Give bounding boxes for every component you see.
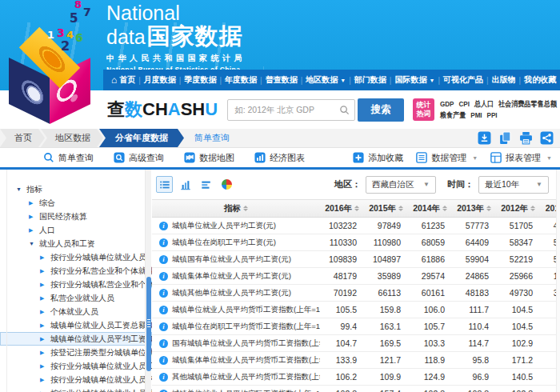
info-icon[interactable]: i — [159, 390, 168, 392]
tree-item[interactable]: 国民经济核算 — [0, 210, 152, 223]
tree-toggle-icon[interactable] — [40, 377, 47, 383]
tree-item[interactable]: 人口 — [0, 223, 152, 237]
tree-item[interactable]: 按行业分城镇单位就业人员 — [0, 250, 152, 264]
info-icon[interactable]: i — [159, 306, 168, 314]
sidebar-scrollbar-track[interactable] — [145, 170, 151, 392]
info-icon[interactable]: i — [159, 339, 168, 348]
tree-toggle-icon[interactable] — [40, 295, 47, 302]
advanced-query-button[interactable]: 高级查询 — [114, 152, 164, 164]
info-icon[interactable]: i — [159, 322, 168, 331]
indicator-column-header[interactable]: 指标 — [152, 203, 320, 214]
data-map-button[interactable]: 数据地图 — [184, 152, 234, 164]
nav-item[interactable]: ⌂出版物▼ — [492, 74, 525, 86]
sort-icon[interactable] — [354, 206, 359, 211]
nav-item[interactable]: ⌂国际数据▼ — [394, 74, 443, 86]
tree-toggle-icon[interactable] — [29, 227, 36, 234]
nav-item[interactable]: ⌂月度数据▼ — [144, 74, 185, 86]
tree-toggle-icon[interactable] — [40, 254, 47, 261]
time-select[interactable]: 最近10年 ▼ — [478, 176, 549, 194]
nav-item[interactable]: ⌂我的收藏▼ — [524, 74, 560, 86]
tree-item[interactable]: 综合 — [0, 196, 152, 210]
download-icon[interactable] — [478, 131, 491, 145]
breadcrumb-tab[interactable]: 首页 — [0, 129, 45, 147]
sidebar-scrollbar-thumb[interactable] — [146, 277, 151, 371]
nav-item[interactable]: ⌂部门数据▼ — [354, 74, 395, 86]
nav-item[interactable]: ⌂年度数据▼ — [225, 74, 266, 86]
tree-item[interactable]: 就业人员和工资 — [0, 237, 152, 250]
econ-chart-button[interactable]: 经济图表 — [254, 152, 305, 164]
value-cell: 61235 — [408, 221, 452, 230]
tree-toggle-icon[interactable] — [40, 282, 47, 288]
hot-word-link[interactable]: PMI — [470, 110, 482, 121]
page-scrollbar-track[interactable] — [556, 170, 560, 392]
info-icon[interactable]: i — [159, 238, 168, 247]
print-icon[interactable] — [519, 131, 533, 145]
tree-toggle-icon[interactable] — [40, 336, 47, 342]
info-icon[interactable]: i — [159, 373, 168, 382]
sort-icon[interactable] — [243, 206, 248, 211]
hot-word-link[interactable]: GDP — [440, 98, 454, 110]
sort-icon[interactable] — [442, 206, 447, 211]
tree-toggle-icon[interactable] — [40, 268, 47, 274]
sort-icon[interactable] — [486, 206, 491, 211]
nav-item[interactable]: ⌂普查数据▼ — [266, 74, 306, 86]
info-icon[interactable]: i — [159, 289, 168, 298]
tree-item[interactable]: 按登记注册类型分城镇单位就业人员工资 — [0, 346, 152, 359]
tree-toggle-icon[interactable] — [16, 186, 23, 192]
share-icon[interactable] — [540, 131, 554, 145]
value-cell: 121.7 — [364, 355, 408, 365]
info-icon[interactable]: i — [159, 222, 168, 230]
data-manage-button[interactable]: 数据管理 ▼ — [416, 152, 478, 164]
tree-item[interactable]: 城镇单位就业人员平均工资和指数 — [0, 332, 152, 346]
tree-toggle-icon[interactable] — [40, 322, 47, 329]
search-button[interactable]: 搜索 — [358, 98, 404, 122]
pie-chart-view-icon[interactable] — [218, 176, 235, 193]
tree-toggle-icon[interactable] — [40, 350, 47, 356]
tree-item[interactable]: 私营企业就业人员 — [0, 291, 152, 305]
hot-word-link[interactable]: 社会消费品零售总额 — [498, 98, 557, 110]
tree-item[interactable]: 按行业分城镇单位就业人员平均实际工资 — [0, 386, 152, 392]
nav-item[interactable]: ⌂季度数据▼ — [184, 74, 225, 86]
breadcrumb-tab[interactable]: 地区数据 — [41, 129, 103, 147]
info-icon[interactable]: i — [159, 272, 168, 281]
tree-item[interactable]: 指标 — [0, 182, 152, 196]
tree-item[interactable]: 按行业分城镇单位就业人员工资总额 — [0, 359, 152, 373]
tree-toggle-icon[interactable] — [29, 241, 36, 246]
tree-toggle-icon[interactable] — [40, 309, 47, 315]
year-column-header[interactable]: 2013年 — [452, 203, 496, 214]
report-manage-button[interactable]: 报表管理 ▼ — [490, 152, 552, 164]
bar-chart-view-icon[interactable] — [177, 176, 194, 193]
hot-word-link[interactable]: PPI — [487, 110, 498, 121]
search-input[interactable] — [227, 99, 355, 121]
nav-item[interactable]: ⌂地区数据▼ — [306, 74, 354, 86]
breadcrumb-tab[interactable]: 简单查询 — [180, 129, 242, 147]
region-select[interactable]: 西藏自治区 ▼ — [366, 176, 436, 194]
hbar-chart-view-icon[interactable] — [198, 176, 214, 193]
sort-icon[interactable] — [530, 206, 535, 211]
add-favorite-button[interactable]: 添加收藏 — [353, 152, 403, 164]
nav-item[interactable]: ⌂可视化产品▼ — [443, 74, 492, 86]
year-column-header[interactable]: 2012年 — [496, 203, 540, 214]
simple-query-button[interactable]: 简单查询 — [43, 152, 94, 164]
info-icon[interactable]: i — [159, 255, 168, 264]
table-view-icon[interactable] — [156, 176, 173, 193]
hot-word-link[interactable]: 粮食产量 — [440, 110, 466, 121]
tree-item[interactable]: 个体就业人员 — [0, 305, 152, 318]
info-icon[interactable]: i — [159, 356, 168, 365]
tree-item[interactable]: 按行业分城镇私营企业和个体就业人员 — [0, 278, 152, 291]
copy-icon[interactable] — [498, 131, 512, 145]
tree-item[interactable]: 按行业分城镇单位就业人员平均工资 — [0, 373, 152, 386]
tree-toggle-icon[interactable] — [29, 214, 36, 220]
year-column-header[interactable]: 2015年 — [364, 203, 408, 214]
nav-item[interactable]: ⌂首页▼ — [111, 74, 144, 86]
breadcrumb-tab[interactable]: 分省年度数据 — [99, 129, 184, 147]
tree-toggle-icon[interactable] — [40, 363, 47, 370]
year-column-header[interactable]: 2016年 — [320, 203, 364, 214]
sort-icon[interactable] — [398, 206, 403, 211]
tree-item[interactable]: 按行业分私营企业和个体就业人员 — [0, 264, 152, 278]
hot-word-link[interactable]: 总人口 — [474, 98, 494, 110]
hot-word-link[interactable]: CPI — [458, 98, 469, 110]
year-column-header[interactable]: 2014年 — [408, 203, 452, 214]
tree-toggle-icon[interactable] — [29, 200, 36, 206]
tree-item[interactable]: 城镇单位就业人员工资总额和指数 — [0, 318, 152, 332]
